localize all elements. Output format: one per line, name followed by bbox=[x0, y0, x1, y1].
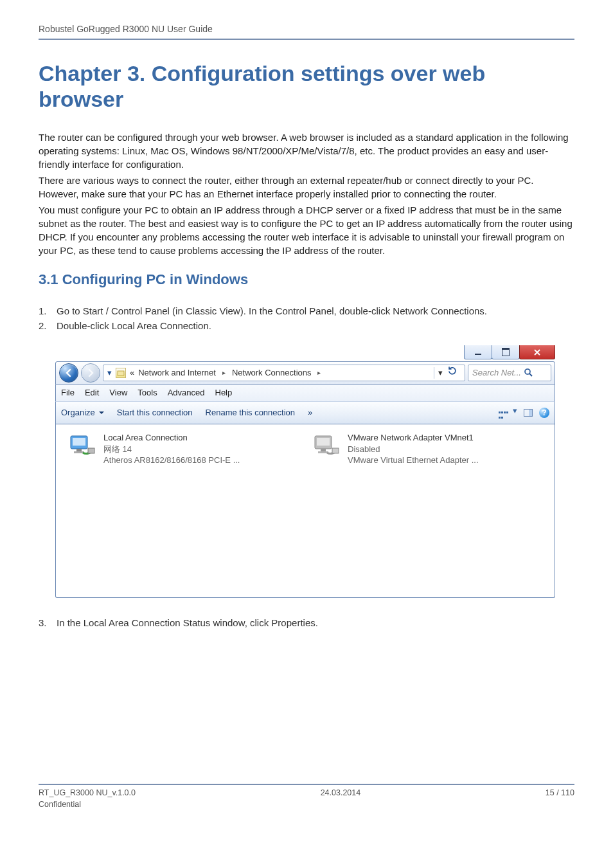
page-footer: RT_UG_R3000 NU_v.1.0.0 24.03.2014 15 / 1… bbox=[39, 784, 574, 810]
network-adapter-icon bbox=[69, 432, 96, 459]
breadcrumb-laquo: « bbox=[130, 367, 134, 379]
address-dropdown-icon[interactable]: ▾ bbox=[434, 367, 443, 379]
back-arrow-icon bbox=[64, 368, 74, 378]
connection-left-sub2: Atheros AR8162/8166/8168 PCI-E ... bbox=[103, 455, 240, 466]
step-2: 2. Double-click Local Area Connection. bbox=[39, 319, 574, 332]
menu-tools[interactable]: Tools bbox=[138, 387, 157, 399]
svg-rect-12 bbox=[332, 448, 339, 453]
folder-icon bbox=[116, 368, 126, 378]
start-connection-button[interactable]: Start this connection bbox=[117, 407, 193, 419]
history-dropdown-icon[interactable]: ▾ bbox=[107, 367, 112, 379]
refresh-button[interactable] bbox=[447, 366, 461, 379]
svg-rect-7 bbox=[88, 448, 94, 453]
svg-rect-0 bbox=[118, 371, 124, 375]
connection-left-title: Local Area Connection bbox=[103, 432, 240, 444]
forward-button[interactable] bbox=[81, 363, 100, 383]
search-placeholder: Search Net... bbox=[472, 367, 521, 379]
step-2-num: 2. bbox=[39, 319, 48, 332]
address-bar: ▾ « Network and Internet ▸ Network Conne… bbox=[55, 361, 555, 384]
command-bar: Organize Start this connection Rename th… bbox=[55, 401, 555, 424]
svg-rect-4 bbox=[73, 438, 85, 446]
footer-center: 24.03.2014 bbox=[321, 788, 361, 799]
intro-para-2: There are various ways to connect the ro… bbox=[39, 174, 574, 201]
step-3-text: In the Local Area Connection Status wind… bbox=[57, 616, 318, 629]
tiles-icon bbox=[499, 411, 510, 420]
svg-rect-9 bbox=[317, 438, 330, 446]
breadcrumb-seg-2[interactable]: Network Connections bbox=[232, 367, 312, 379]
connection-right-sub1: Disabled bbox=[348, 444, 479, 455]
chapter-title: Chapter 3. Configuration settings over w… bbox=[39, 60, 574, 113]
breadcrumb-chevron-2[interactable]: ▸ bbox=[315, 368, 323, 377]
window-titlebar bbox=[55, 344, 555, 361]
menu-view[interactable]: View bbox=[109, 387, 127, 399]
network-adapter-disabled-icon bbox=[313, 432, 340, 459]
connection-right-title: VMware Network Adapter VMnet1 bbox=[348, 432, 479, 444]
svg-rect-11 bbox=[318, 451, 328, 453]
refresh-icon bbox=[447, 366, 457, 376]
svg-rect-5 bbox=[76, 449, 82, 451]
doc-header: Robustel GoRugged R3000 NU User Guide bbox=[39, 23, 574, 40]
preview-pane-button[interactable] bbox=[524, 409, 533, 417]
help-button[interactable]: ? bbox=[539, 408, 549, 418]
organize-button[interactable]: Organize bbox=[61, 407, 104, 419]
rename-connection-button[interactable]: Rename this connection bbox=[206, 407, 295, 419]
breadcrumb-chevron-1[interactable]: ▸ bbox=[220, 368, 228, 377]
breadcrumb-seg-1[interactable]: Network and Internet bbox=[138, 367, 216, 379]
menu-bar: File Edit View Tools Advanced Help bbox=[55, 384, 555, 401]
folder-view[interactable]: Local Area Connection 网络 14 Atheros AR81… bbox=[55, 424, 555, 598]
step-3: 3. In the Local Area Connection Status w… bbox=[39, 616, 574, 629]
search-icon[interactable] bbox=[524, 368, 534, 378]
forward-arrow-icon bbox=[85, 368, 96, 378]
step-3-num: 3. bbox=[39, 616, 48, 629]
svg-point-1 bbox=[525, 369, 530, 374]
menu-advanced[interactable]: Advanced bbox=[168, 387, 205, 399]
intro-para-1: The router can be configured through you… bbox=[39, 131, 574, 171]
change-view-button[interactable]: ▾ bbox=[499, 405, 517, 420]
close-icon bbox=[533, 348, 541, 356]
menu-file[interactable]: File bbox=[61, 387, 75, 399]
close-button[interactable] bbox=[519, 345, 555, 359]
svg-line-2 bbox=[529, 374, 532, 376]
step-1: 1. Go to Start / Control Panel (in Class… bbox=[39, 304, 574, 318]
section-3-1-title: 3.1 Configuring PC in Windows bbox=[39, 270, 574, 290]
back-button[interactable] bbox=[59, 363, 78, 383]
step-1-text: Go to Start / Control Panel (in Classic … bbox=[57, 304, 487, 318]
connection-local-area[interactable]: Local Area Connection 网络 14 Atheros AR81… bbox=[69, 432, 274, 466]
step-1-num: 1. bbox=[39, 304, 48, 318]
connection-right-sub2: VMware Virtual Ethernet Adapter ... bbox=[348, 455, 479, 466]
footer-left: RT_UG_R3000 NU_v.1.0.0 bbox=[39, 788, 136, 799]
network-connections-window: ▾ « Network and Internet ▸ Network Conne… bbox=[55, 344, 555, 598]
footer-confidential: Confidential bbox=[39, 799, 574, 811]
more-commands-button[interactable]: » bbox=[308, 407, 312, 419]
svg-rect-10 bbox=[321, 449, 326, 451]
step-2-text: Double-click Local Area Connection. bbox=[57, 319, 211, 332]
menu-help[interactable]: Help bbox=[215, 387, 233, 399]
intro-para-3: You must configure your PC to obtain an … bbox=[39, 203, 574, 257]
search-field[interactable]: Search Net... bbox=[468, 365, 551, 381]
breadcrumb-field[interactable]: ▾ « Network and Internet ▸ Network Conne… bbox=[103, 365, 465, 381]
footer-right: 15 / 110 bbox=[546, 788, 574, 799]
maximize-button[interactable] bbox=[492, 345, 520, 359]
connection-left-sub1: 网络 14 bbox=[103, 444, 240, 455]
connection-vmnet1[interactable]: VMware Network Adapter VMnet1 Disabled V… bbox=[313, 432, 519, 466]
minimize-button[interactable] bbox=[464, 345, 492, 359]
menu-edit[interactable]: Edit bbox=[85, 387, 99, 399]
svg-rect-6 bbox=[74, 451, 84, 453]
